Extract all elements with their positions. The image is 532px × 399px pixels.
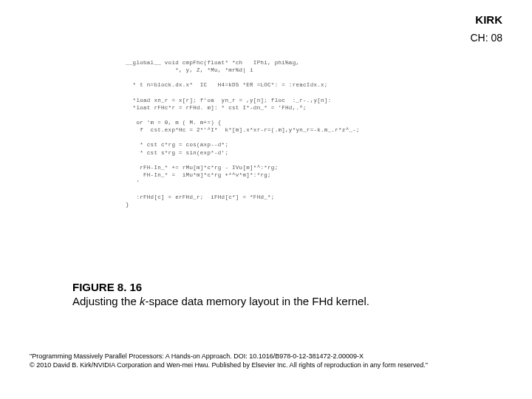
- header-kirk: KIRK: [470, 13, 502, 26]
- figure-description: Adjusting the k-space data memory layout…: [72, 295, 369, 307]
- figure-caption: FIGURE 8. 16 Adjusting the k-space data …: [72, 281, 369, 307]
- footer-line2: © 2010 David B. Kirk/NVIDIA Corporation …: [30, 361, 502, 369]
- page-header: KIRK CH: 08: [470, 13, 502, 44]
- code-listing: __global__ void cmpFhc(float* *ch IPhi, …: [126, 59, 360, 209]
- footer-line1: "Programming Massively Parallel Processo…: [30, 352, 502, 361]
- figure-desc-pre: Adjusting the: [72, 295, 140, 307]
- figure-desc-post: -space data memory layout in the FHd ker…: [145, 295, 369, 307]
- footer-citation: "Programming Massively Parallel Processo…: [30, 352, 502, 369]
- figure-number: FIGURE 8. 16: [72, 281, 369, 293]
- header-chapter: CH: 08: [470, 32, 502, 44]
